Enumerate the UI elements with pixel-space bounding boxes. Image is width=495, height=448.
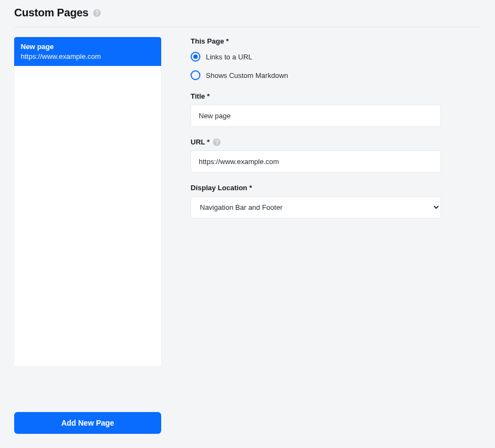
- page-header: Custom Pages: [14, 7, 481, 27]
- this-page-field: This Page * Links to a URL Shows Custom …: [191, 37, 441, 80]
- display-location-label: Display Location *: [191, 184, 441, 192]
- display-location-select[interactable]: Navigation Bar and Footer: [191, 196, 441, 219]
- radio-dot-icon: [193, 55, 198, 59]
- page-list-item-title: New page: [21, 43, 155, 51]
- radio-label: Shows Custom Markdown: [206, 71, 288, 80]
- help-icon[interactable]: [93, 9, 101, 17]
- title-label: Title *: [191, 92, 441, 100]
- radio-circle-icon: [191, 52, 200, 62]
- url-label: URL *: [191, 138, 441, 146]
- radio-label: Links to a URL: [206, 53, 252, 61]
- form-panel: This Page * Links to a URL Shows Custom …: [191, 37, 441, 434]
- help-icon[interactable]: [213, 138, 221, 146]
- this-page-label: This Page *: [191, 37, 441, 45]
- url-input[interactable]: [191, 150, 441, 173]
- page-list-item[interactable]: New page https://www.example.com: [14, 37, 161, 66]
- add-new-page-button[interactable]: Add New Page: [14, 412, 161, 434]
- radio-custom-markdown[interactable]: Shows Custom Markdown: [191, 70, 441, 80]
- radio-links-to-url[interactable]: Links to a URL: [191, 52, 441, 62]
- url-field: URL *: [191, 138, 441, 173]
- page-list: New page https://www.example.com: [14, 37, 161, 366]
- sidebar: New page https://www.example.com Add New…: [14, 37, 161, 434]
- page-title: Custom Pages: [14, 7, 89, 19]
- page-list-item-subtitle: https://www.example.com: [21, 52, 155, 60]
- radio-circle-icon: [191, 70, 200, 80]
- display-location-field: Display Location * Navigation Bar and Fo…: [191, 184, 441, 219]
- title-field: Title *: [191, 92, 441, 127]
- title-input[interactable]: [191, 105, 441, 127]
- url-label-text: URL *: [191, 138, 210, 146]
